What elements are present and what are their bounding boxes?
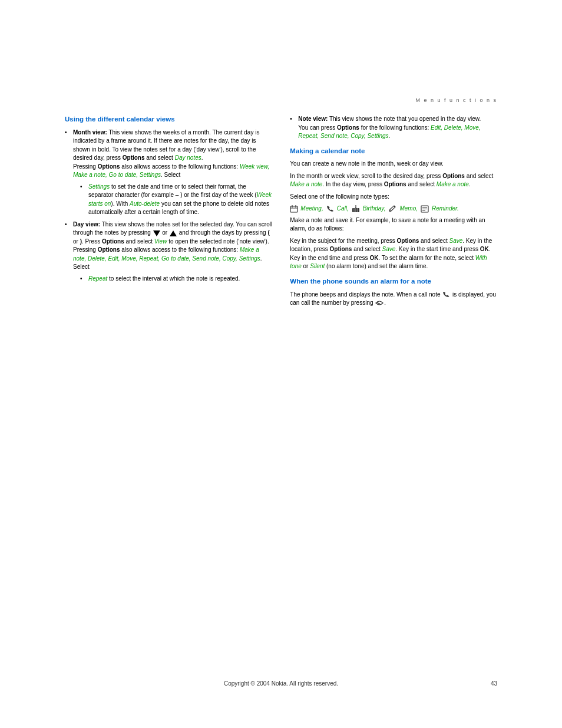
day-view-indent: Pressing Options also allows access to t… <box>73 246 272 272</box>
making-note-para3: Select one of the following note types: <box>290 193 497 202</box>
making-note-para4: Make a note and save it. For example, to… <box>290 216 497 233</box>
when-phone-sounds-para1: The phone beeps and displays the note. W… <box>290 291 497 308</box>
svg-rect-7 <box>353 208 355 212</box>
meeting-icon <box>290 205 298 213</box>
month-view-sub-list: Settings to set the date and time or to … <box>80 183 272 217</box>
call-icon <box>326 205 334 213</box>
making-note-para2: In the month or week view, scroll to the… <box>290 172 497 189</box>
when-phone-sounds-heading: When the phone sounds an alarm for a not… <box>290 277 497 286</box>
svg-marker-1 <box>170 230 177 236</box>
month-view-text: Month view: This view shows the weeks of… <box>73 129 259 162</box>
svg-point-11 <box>355 207 356 209</box>
svg-rect-8 <box>355 208 356 212</box>
arrow-down-icon <box>153 230 160 236</box>
call-button-icon <box>375 299 384 307</box>
month-view-indent: Pressing Options also allows access to t… <box>73 163 272 180</box>
list-item-repeat: Repeat to select the interval at which t… <box>80 275 272 284</box>
footer: Copyright © 2004 Nokia. All rights reser… <box>65 680 497 687</box>
left-section-heading: Using the different calendar views <box>65 115 272 124</box>
call-note-icon <box>442 291 450 298</box>
list-item-day-view: Day view: This view shows the notes set … <box>65 220 272 284</box>
page: M e n u f u n c t i o n s Using the diff… <box>0 0 562 728</box>
page-number: 43 <box>491 680 497 687</box>
svg-marker-0 <box>153 230 160 236</box>
birthday-icon <box>352 205 360 213</box>
making-calendar-note-heading: Making a calendar note <box>290 147 497 156</box>
reminder-icon <box>421 205 429 213</box>
making-note-para5: Key in the subject for the meeting, pres… <box>290 237 497 271</box>
copyright-text: Copyright © 2004 Nokia. All rights reser… <box>224 680 338 687</box>
arrow-up-icon <box>170 230 177 236</box>
day-view-text: Day view: This view shows the notes set … <box>73 221 272 245</box>
memo-icon <box>388 205 396 213</box>
note-view-text: Note view: This view shows the note that… <box>298 116 481 122</box>
right-main-list: Note view: This view shows the note that… <box>290 115 497 141</box>
svg-rect-2 <box>290 206 297 212</box>
header-text: M e n u f u n c t i o n s <box>415 97 497 103</box>
note-types-line: Meeting, Call, Birthday, <box>290 205 497 213</box>
content-area: Using the different calendar views Month… <box>65 115 497 657</box>
left-column: Using the different calendar views Month… <box>65 115 272 657</box>
list-item-month-view: Month view: This view shows the weeks of… <box>65 129 272 217</box>
list-item-settings: Settings to set the date and time or to … <box>80 183 272 217</box>
left-main-list: Month view: This view shows the weeks of… <box>65 129 272 284</box>
note-view-indent: You can press Options for the following … <box>298 124 497 141</box>
making-note-para1: You can create a new note in the month, … <box>290 160 497 169</box>
day-view-sub-list: Repeat to select the interval at which t… <box>80 275 272 284</box>
right-column: Note view: This view shows the note that… <box>290 115 497 657</box>
svg-rect-9 <box>357 208 358 212</box>
page-header: M e n u f u n c t i o n s <box>415 97 497 103</box>
list-item-note-view: Note view: This view shows the note that… <box>290 115 497 141</box>
